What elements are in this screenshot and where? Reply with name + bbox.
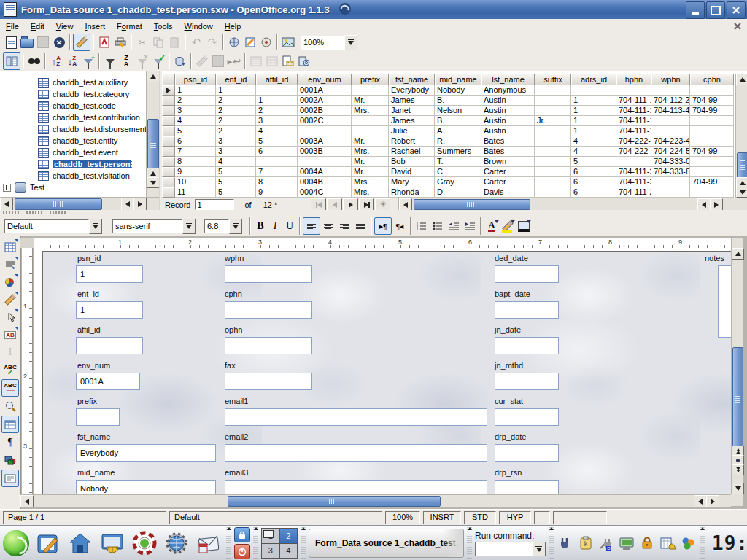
cell-wphn[interactable] — [651, 187, 690, 198]
cell-cphn[interactable] — [690, 187, 734, 198]
applet-handle[interactable] — [549, 527, 554, 559]
tree-item-person[interactable]: chaddb_test.person — [0, 158, 144, 170]
underline-button[interactable]: U — [282, 219, 297, 233]
document-vertical-scrollbar[interactable] — [731, 238, 743, 494]
export-pdf-icon[interactable] — [96, 34, 112, 50]
cell-wphn[interactable]: 704-223-4 — [651, 136, 690, 147]
cell-suffix[interactable] — [535, 96, 571, 106]
pager-desktop-3[interactable]: 3 — [262, 544, 279, 559]
cell-psn_id[interactable]: 7 — [175, 147, 216, 157]
cell-env_num[interactable]: 0001A — [298, 85, 352, 96]
graphics-onoff-icon[interactable] — [2, 452, 18, 468]
navigator-icon[interactable] — [258, 34, 274, 50]
cell-affil_id[interactable]: 7 — [256, 167, 298, 177]
power-manager-tray-icon[interactable] — [557, 534, 574, 552]
network-tray-icon[interactable]: D — [597, 534, 615, 552]
row-header[interactable] — [162, 85, 175, 96]
menu-format[interactable]: Format — [111, 20, 148, 32]
font-color-icon[interactable]: A — [484, 218, 500, 234]
cell-lst_name[interactable]: Bates — [481, 136, 535, 147]
row-header[interactable] — [162, 157, 175, 167]
panel-clock[interactable]: 19:27 — [712, 532, 747, 554]
cell-mid_name[interactable]: R. — [435, 136, 481, 147]
cell-wphn[interactable]: 704-333-8 — [651, 167, 690, 177]
sort-icon[interactable]: ZA — [118, 53, 134, 69]
form-field-fst_name[interactable] — [76, 444, 216, 462]
table-row[interactable]: 84Mr.BobT.Brown5704-333-0 — [162, 157, 735, 167]
cell-suffix[interactable]: Jr. — [535, 116, 571, 126]
highlighting-icon[interactable] — [500, 218, 516, 234]
justify-icon[interactable] — [352, 218, 368, 234]
cell-lst_name[interactable]: Davis — [481, 187, 535, 198]
cell-lst_name[interactable]: Austin — [481, 96, 535, 106]
tree-item-code[interactable]: chaddb_test.code — [0, 100, 144, 112]
bullets-icon[interactable] — [430, 218, 446, 234]
cell-adrs_id[interactable]: 1 — [571, 126, 616, 136]
cell-affil_id[interactable]: 3 — [256, 116, 298, 126]
column-header-cphn[interactable]: cphn — [690, 74, 734, 85]
cell-hphn[interactable]: 704-111-1 — [616, 106, 651, 116]
cell-cphn[interactable] — [690, 85, 734, 96]
cell-hphn[interactable]: 704-111-2 — [616, 177, 651, 187]
tree-vertical-scrollbar[interactable] — [146, 71, 159, 198]
cell-env_num[interactable] — [298, 126, 352, 136]
cell-cphn[interactable] — [690, 126, 734, 136]
cell-affil_id[interactable]: 8 — [256, 177, 298, 187]
zoom-input[interactable] — [301, 36, 344, 50]
home-folder-icon[interactable] — [66, 529, 95, 558]
row-header[interactable] — [162, 96, 175, 106]
cell-suffix[interactable] — [535, 85, 571, 96]
pager-desktop-4[interactable]: 4 — [280, 544, 298, 559]
cell-fst_name[interactable]: James — [389, 96, 435, 106]
last-record-icon[interactable] — [359, 198, 374, 211]
data-to-fields-icon[interactable] — [264, 53, 280, 69]
save-icon[interactable] — [35, 34, 51, 50]
new-record-icon[interactable]: ✳ — [375, 198, 390, 211]
ltr-direction-icon[interactable]: ▸¶ — [374, 217, 392, 235]
cell-prefix[interactable] — [352, 85, 389, 96]
cell-env_num[interactable]: 0003B — [298, 147, 352, 157]
cell-prefix[interactable] — [352, 116, 389, 126]
form-field-env_num[interactable] — [76, 373, 140, 390]
row-header[interactable] — [162, 116, 175, 126]
cell-fst_name[interactable]: Everybody — [389, 85, 435, 96]
tree-item-category[interactable]: chaddb_test.category — [0, 88, 144, 100]
close-document-icon[interactable] — [732, 21, 743, 31]
form-field-ent_id[interactable] — [76, 301, 143, 319]
cell-psn_id[interactable]: 5 — [175, 126, 216, 136]
paragraph-style-input[interactable] — [4, 219, 89, 233]
online-layout-icon[interactable] — [1, 470, 19, 487]
close-button[interactable] — [727, 1, 746, 19]
apply-filter-icon[interactable]: ✓ — [150, 53, 166, 69]
cell-hphn[interactable]: 704-111-2 — [616, 187, 651, 198]
table-row[interactable]: 9570004AMr.DavidC.Carter6704-111-2704-33… — [162, 167, 735, 177]
cell-env_num[interactable]: 0002A — [298, 96, 352, 106]
row-header[interactable] — [162, 167, 175, 177]
zoom-indicator[interactable]: 100% — [385, 511, 420, 524]
sort-ascending-icon[interactable]: ↑AZ — [48, 53, 64, 69]
cell-ent_id[interactable]: 2 — [216, 106, 256, 116]
insert-table-icon[interactable] — [2, 239, 18, 255]
cell-mid_name[interactable]: Summers — [435, 147, 481, 157]
row-header[interactable] — [162, 177, 175, 187]
spellcheck-icon[interactable]: ABC✓ — [2, 362, 18, 378]
edit-file-icon[interactable] — [242, 34, 258, 50]
edit-mode-icon[interactable] — [73, 34, 90, 51]
size-dropdown-icon[interactable] — [229, 219, 242, 234]
cell-lst_name[interactable]: Carter — [481, 167, 535, 177]
row-header[interactable] — [162, 147, 175, 157]
cell-lst_name[interactable]: Anonymous — [481, 85, 535, 96]
form-field-affil_id[interactable] — [76, 337, 143, 354]
document-horizontal-scrollbar[interactable] — [20, 494, 731, 507]
row-header[interactable] — [162, 136, 175, 147]
web-browser-icon[interactable] — [162, 529, 191, 558]
cell-fst_name[interactable]: David — [389, 167, 435, 177]
cell-fst_name[interactable]: Bob — [389, 157, 435, 167]
remove-filter-icon[interactable]: ✕ — [134, 53, 150, 69]
cell-fst_name[interactable]: James — [389, 116, 435, 126]
applet-handle[interactable] — [301, 527, 306, 559]
form-field-psn_id[interactable] — [76, 265, 143, 283]
menu-edit[interactable]: Edit — [25, 20, 50, 32]
maximize-button[interactable] — [706, 1, 725, 19]
gallery-icon[interactable] — [280, 34, 296, 50]
